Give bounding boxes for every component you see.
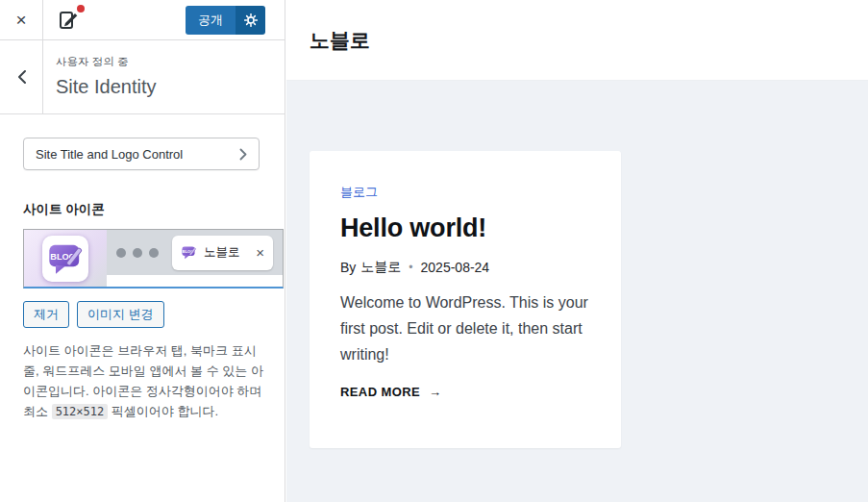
blog-logo-icon — [46, 239, 85, 278]
preview-site-header: 노블로 — [286, 0, 868, 81]
arrow-right-icon: → — [429, 385, 441, 399]
post-title-link[interactable]: Hello world! — [340, 213, 590, 243]
section-header-text: 사용자 정의 중 Site Identity — [43, 40, 157, 113]
remove-site-icon-button[interactable]: 제거 — [23, 301, 69, 328]
site-icon-preview: 노블로 × — [23, 229, 284, 289]
customizing-label: 사용자 정의 중 — [56, 55, 157, 69]
post-excerpt: Welcome to WordPress. This is your first… — [340, 290, 590, 368]
back-button[interactable] — [0, 40, 43, 113]
control-label: Site Title and Logo Control — [36, 147, 183, 162]
post-author: 노블로 — [360, 259, 401, 276]
browser-tab-title: 노블로 — [204, 244, 249, 261]
byline-prefix: By — [340, 260, 356, 275]
close-customizer-button[interactable]: × — [0, 0, 43, 39]
close-icon: × — [15, 11, 26, 29]
browser-chrome: 노블로 × — [107, 230, 283, 275]
window-control-dot — [116, 248, 126, 258]
browser-tab-preview: 노블로 × — [172, 236, 273, 270]
section-title: Site Identity — [56, 76, 157, 98]
site-icon-heading: 사이트 아이콘 — [23, 201, 261, 218]
change-image-button[interactable]: 이미지 변경 — [77, 301, 164, 328]
chevron-left-icon — [16, 69, 27, 85]
description-text: 픽셀이어야 합니다. — [112, 404, 218, 418]
app-icon-preview — [24, 230, 107, 287]
chevron-right-icon — [239, 148, 247, 161]
post-category-link[interactable]: 블로그 — [340, 184, 378, 201]
bullet-separator: • — [409, 261, 412, 274]
post-date: 2025-08-24 — [421, 260, 490, 275]
site-preview-pane: 노블로 블로그 Hello world! By 노블로 • 2025-08-24… — [286, 0, 868, 502]
gear-icon — [244, 13, 258, 27]
site-logo-icon — [57, 9, 80, 32]
site-icon-description: 사이트 아이콘은 브라우저 탭, 북마크 표시줄, 워드프레스 모바일 앱에서 … — [23, 340, 266, 422]
read-more-label: READ MORE — [340, 385, 420, 399]
preview-site-title: 노블로 — [310, 27, 370, 54]
section-header: 사용자 정의 중 Site Identity — [0, 40, 285, 114]
site-logo-thumbnail — [56, 8, 81, 33]
site-icon-image — [42, 236, 88, 282]
publish-button-group: 공개 — [186, 6, 265, 35]
customizer-sidebar: × 공개 — [0, 0, 285, 502]
tab-close-icon: × — [256, 245, 264, 260]
customizer-topbar: × 공개 — [0, 0, 285, 40]
browser-mockup: 노블로 × — [107, 230, 283, 287]
window-control-dot — [133, 248, 142, 258]
window-control-dot — [149, 248, 159, 258]
read-more-link[interactable]: READ MORE → — [340, 385, 441, 399]
site-icon-actions: 제거 이미지 변경 — [23, 301, 261, 328]
favicon-preview-icon — [181, 244, 197, 261]
post-byline: By 노블로 • 2025-08-24 — [340, 259, 590, 276]
browser-page-area — [107, 275, 283, 287]
size-requirement-badge: 512×512 — [52, 404, 109, 419]
notification-dot — [77, 5, 85, 13]
post-card: 블로그 Hello world! By 노블로 • 2025-08-24 Wel… — [310, 151, 621, 448]
publish-settings-button[interactable] — [236, 6, 265, 35]
site-title-logo-control[interactable]: Site Title and Logo Control — [23, 138, 260, 170]
publish-button[interactable]: 공개 — [186, 6, 236, 35]
section-body: Site Title and Logo Control 사이트 아이콘 — [0, 114, 285, 422]
